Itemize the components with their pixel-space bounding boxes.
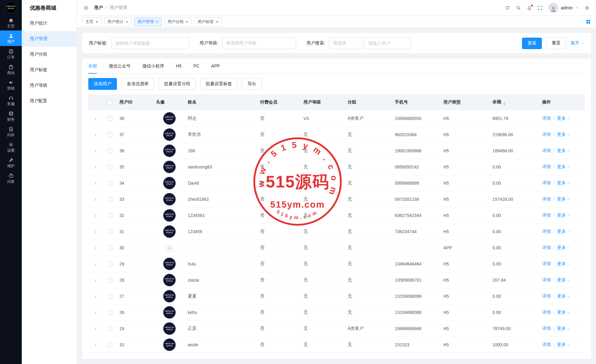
rail-item-service[interactable]: 客服 bbox=[0, 93, 22, 108]
rail-item-product[interactable]: 商品 bbox=[0, 62, 22, 77]
page-tab-home[interactable]: 主页× bbox=[82, 17, 102, 26]
submenu-item-user-group[interactable]: 用户分组 bbox=[22, 47, 77, 62]
detail-link[interactable]: 详情 bbox=[542, 213, 551, 218]
expand-row-icon[interactable] bbox=[94, 182, 98, 186]
tab-app[interactable]: APP bbox=[211, 58, 220, 73]
expand-row-icon[interactable] bbox=[94, 214, 98, 218]
more-link[interactable]: 更多 bbox=[557, 245, 570, 251]
detail-link[interactable]: 详情 bbox=[542, 164, 551, 170]
expand-link[interactable]: 展开 bbox=[571, 40, 584, 46]
expand-row-icon[interactable] bbox=[94, 230, 98, 234]
row-checkbox[interactable] bbox=[108, 262, 112, 266]
row-checkbox[interactable] bbox=[108, 294, 112, 299]
more-link[interactable]: 更多 bbox=[557, 342, 570, 348]
rail-item-home[interactable]: 主页 bbox=[0, 15, 22, 30]
more-link[interactable]: 更多 bbox=[557, 277, 570, 283]
detail-link[interactable]: 详情 bbox=[542, 326, 551, 331]
expand-row-icon[interactable] bbox=[94, 343, 98, 347]
rail-item-settings[interactable]: 设置 bbox=[0, 139, 22, 155]
rail-item-finance[interactable]: 财务 bbox=[0, 108, 22, 124]
select-all-checkbox[interactable] bbox=[108, 100, 112, 105]
row-checkbox[interactable] bbox=[108, 310, 112, 315]
search-button[interactable]: 搜索 bbox=[522, 38, 542, 49]
row-checkbox[interactable] bbox=[108, 149, 112, 153]
submenu-item-user-tag[interactable]: 用户标签 bbox=[22, 62, 77, 78]
row-checkbox[interactable] bbox=[108, 326, 112, 331]
detail-link[interactable]: 详情 bbox=[542, 293, 551, 299]
row-checkbox[interactable] bbox=[108, 229, 112, 234]
submenu-item-user-level[interactable]: 用户等级 bbox=[22, 78, 77, 93]
tab-pc[interactable]: PC bbox=[193, 58, 199, 73]
batch-group-button[interactable]: 批量设置分组 bbox=[159, 78, 196, 90]
row-checkbox[interactable] bbox=[108, 343, 112, 347]
user-tag-input[interactable] bbox=[111, 37, 189, 49]
reset-button[interactable]: 重置 bbox=[546, 38, 566, 49]
more-link[interactable]: 更多 bbox=[557, 326, 570, 331]
more-link[interactable]: 更多 bbox=[557, 132, 570, 137]
fullscreen-icon[interactable] bbox=[538, 5, 543, 11]
expand-row-icon[interactable] bbox=[94, 295, 98, 299]
tab-wechat-mini[interactable]: 微信小程序 bbox=[142, 58, 164, 73]
page-tab-user-stats[interactable]: 用户统计× bbox=[104, 17, 132, 26]
expand-row-icon[interactable] bbox=[94, 198, 98, 202]
user-level-select[interactable]: 请选择用户等级 bbox=[222, 37, 296, 49]
sort-icon[interactable] bbox=[503, 102, 506, 106]
add-user-button[interactable]: 添加用户 bbox=[88, 78, 117, 90]
rail-item-order[interactable]: 订单 bbox=[0, 46, 22, 62]
gear-icon[interactable] bbox=[584, 5, 590, 11]
more-link[interactable]: 更多 bbox=[557, 148, 570, 154]
close-icon[interactable]: × bbox=[126, 20, 128, 24]
more-link[interactable]: 更多 bbox=[557, 261, 570, 267]
row-checkbox[interactable] bbox=[108, 165, 112, 169]
more-link[interactable]: 更多 bbox=[557, 164, 570, 170]
app-logo[interactable]: AMERICAN DREAM bbox=[0, 0, 22, 15]
row-checkbox[interactable] bbox=[108, 116, 112, 121]
more-link[interactable]: 更多 bbox=[557, 293, 570, 299]
rail-item-content[interactable]: 内容 bbox=[0, 124, 22, 139]
detail-link[interactable]: 详情 bbox=[542, 245, 551, 251]
rail-item-questionnaire[interactable]: 问卷 bbox=[0, 170, 22, 186]
page-tab-user-manage[interactable]: 用户管理× bbox=[134, 17, 162, 26]
user-search-input[interactable] bbox=[364, 37, 411, 49]
row-checkbox[interactable] bbox=[108, 213, 112, 218]
detail-link[interactable]: 详情 bbox=[542, 310, 551, 315]
expand-row-icon[interactable] bbox=[94, 149, 98, 153]
rail-item-maintenance[interactable]: 维护 bbox=[0, 155, 22, 170]
close-icon[interactable]: × bbox=[216, 20, 218, 24]
detail-link[interactable]: 详情 bbox=[542, 180, 551, 186]
more-link[interactable]: 更多 bbox=[557, 196, 570, 202]
detail-link[interactable]: 详情 bbox=[542, 132, 551, 137]
row-checkbox[interactable] bbox=[108, 278, 112, 283]
rail-item-user[interactable]: 用户 bbox=[0, 30, 22, 46]
send-coupon-button[interactable]: 发送优惠券 bbox=[121, 78, 154, 90]
expand-row-icon[interactable] bbox=[94, 165, 98, 169]
detail-link[interactable]: 详情 bbox=[542, 148, 551, 154]
expand-row-icon[interactable] bbox=[94, 279, 98, 283]
more-link[interactable]: 更多 bbox=[557, 310, 570, 315]
menu-icon[interactable] bbox=[83, 5, 89, 11]
refresh-icon[interactable] bbox=[505, 5, 510, 11]
row-checkbox[interactable] bbox=[108, 246, 112, 250]
expand-row-icon[interactable] bbox=[94, 327, 98, 331]
detail-link[interactable]: 详情 bbox=[542, 116, 551, 121]
expand-row-icon[interactable] bbox=[94, 246, 98, 250]
page-tab-user-tag[interactable]: 用户标签× bbox=[194, 17, 222, 26]
detail-link[interactable]: 详情 bbox=[542, 196, 551, 202]
submenu-item-user-config[interactable]: 用户配置 bbox=[22, 93, 77, 109]
user-menu[interactable]: admin bbox=[548, 3, 579, 13]
tab-all[interactable]: 全部 bbox=[88, 58, 97, 73]
detail-link[interactable]: 详情 bbox=[542, 229, 551, 234]
tab-h5[interactable]: H5 bbox=[176, 58, 182, 73]
close-icon[interactable]: × bbox=[186, 20, 188, 24]
row-checkbox[interactable] bbox=[108, 197, 112, 202]
export-button[interactable]: 导出 bbox=[242, 78, 262, 90]
search-type-select[interactable]: 请选择 bbox=[329, 37, 363, 49]
notifications-button[interactable] bbox=[527, 5, 532, 11]
expand-row-icon[interactable] bbox=[94, 262, 98, 266]
more-link[interactable]: 更多 bbox=[557, 180, 570, 186]
detail-link[interactable]: 详情 bbox=[542, 277, 551, 283]
more-link[interactable]: 更多 bbox=[557, 213, 570, 218]
submenu-item-user-manage[interactable]: 用户管理 bbox=[22, 31, 77, 47]
search-icon[interactable] bbox=[516, 5, 521, 11]
grid-icon[interactable] bbox=[585, 19, 591, 25]
